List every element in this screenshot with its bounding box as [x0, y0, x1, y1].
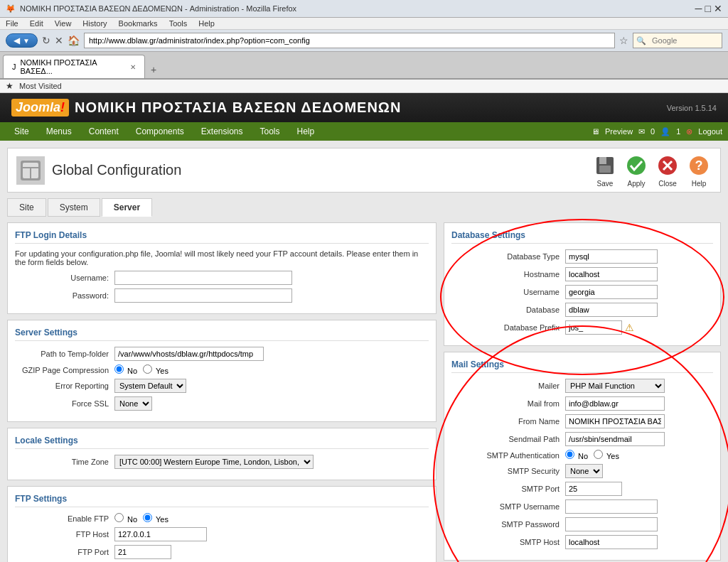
stop-button[interactable]: ✕ — [55, 35, 63, 46]
ftp-password-label: Password: — [15, 291, 114, 300]
nav-content[interactable]: Content — [80, 122, 127, 141]
error-reporting-row: Error Reporting System Default — [15, 379, 429, 393]
save-label: Save — [597, 180, 614, 188]
nav-help[interactable]: Help — [289, 122, 323, 141]
nav-components[interactable]: Components — [127, 122, 193, 141]
smtp-username-label: SMTP Username — [451, 502, 565, 511]
nav-menus[interactable]: Menus — [38, 122, 80, 141]
error-reporting-select[interactable]: System Default — [114, 379, 186, 393]
close-button[interactable]: Close — [655, 153, 680, 188]
database-label: Database — [451, 306, 565, 314]
new-tab-btn[interactable]: + — [145, 61, 162, 78]
nav-extensions[interactable]: Extensions — [193, 122, 252, 141]
menu-tools[interactable]: Tools — [169, 19, 188, 28]
mailer-select[interactable]: PHP Mail Function — [565, 379, 665, 393]
save-icon — [592, 153, 618, 178]
from-name-input[interactable] — [565, 414, 665, 428]
menu-file[interactable]: File — [6, 19, 18, 28]
reload-button[interactable]: ↻ — [42, 35, 50, 46]
smtp-auth-yes[interactable] — [594, 450, 603, 459]
nav-tools[interactable]: Tools — [252, 122, 289, 141]
tab-bar: J ΝΟΜΙΚΗ ΠΡΟΣΤΑΣΙΑ ΒΑΣΕΔ... ✕ + — [0, 52, 728, 80]
smtp-auth-no-label[interactable]: No — [565, 450, 588, 460]
db-type-input[interactable] — [565, 249, 658, 264]
ftp-login-title: FTP Login Details — [15, 230, 429, 244]
browser-title-bar: 🦊 ΝΟΜΙΚΗ ΠΡΟΣΤΑΣΙΑ ΒΑΣΕΩΝ ΔΕΔΟΜΕΝΩΝ - Ad… — [0, 0, 728, 18]
smtp-auth-yes-label[interactable]: Yes — [594, 450, 619, 460]
locale-settings-section: Locale Settings Time Zone [UTC 00:00] We… — [7, 428, 437, 480]
svg-rect-5 — [599, 157, 606, 164]
db-username-input[interactable] — [565, 285, 658, 299]
back-button[interactable]: ◀▼ — [6, 33, 38, 48]
tab-site[interactable]: Site — [7, 198, 46, 217]
help-button[interactable]: ? Help — [686, 153, 712, 188]
force-ssl-select[interactable]: None — [114, 396, 152, 411]
smtp-password-input[interactable] — [565, 517, 658, 531]
nav-site[interactable]: Site — [6, 122, 38, 141]
db-type-row: Database Type — [451, 249, 713, 264]
tab-label: ΝΟΜΙΚΗ ΠΡΟΣΤΑΣΙΑ ΒΑΣΕΔ... — [21, 58, 127, 75]
smtp-username-input[interactable] — [565, 499, 658, 514]
menu-bookmarks[interactable]: Bookmarks — [119, 19, 158, 28]
gzip-no-label[interactable]: No — [114, 364, 137, 375]
mail-from-label: Mail from — [451, 399, 565, 408]
logout-link[interactable]: Logout — [698, 127, 722, 136]
bookmark-star[interactable]: ☆ — [619, 35, 628, 46]
db-prefix-input[interactable] — [565, 320, 622, 335]
close-label: Close — [658, 180, 677, 188]
minimize-btn[interactable]: ─ — [695, 3, 702, 14]
menu-view[interactable]: View — [55, 19, 72, 28]
enable-ftp-no[interactable] — [114, 513, 124, 522]
apply-icon — [623, 153, 649, 178]
enable-ftp-no-label[interactable]: No — [114, 513, 137, 524]
tab-close-btn[interactable]: ✕ — [130, 63, 136, 71]
apply-button[interactable]: Apply — [623, 153, 649, 188]
smtp-auth-no[interactable] — [565, 450, 574, 459]
database-input[interactable] — [565, 303, 658, 317]
maximize-btn[interactable]: □ — [705, 3, 711, 14]
toolbar-buttons: Save Apply Close ? Help — [592, 153, 712, 188]
mail-from-input[interactable] — [565, 396, 665, 411]
smtp-security-select[interactable]: None — [565, 464, 603, 478]
ftp-username-input[interactable] — [114, 271, 292, 285]
hostname-input[interactable] — [565, 267, 658, 281]
smtp-host-row: SMTP Host — [451, 535, 713, 549]
enable-ftp-yes[interactable] — [143, 513, 152, 522]
search-input[interactable] — [648, 33, 719, 48]
menu-history[interactable]: History — [82, 19, 107, 28]
from-name-label: From Name — [451, 417, 565, 426]
gzip-no-radio[interactable] — [114, 364, 124, 374]
address-bar[interactable] — [84, 33, 615, 48]
preview-link[interactable]: Preview — [605, 127, 633, 136]
sendmail-input[interactable] — [565, 432, 665, 446]
most-visited-bookmark[interactable]: Most Visited — [19, 82, 62, 90]
top-nav-left: Site Menus Content Components Extensions… — [6, 122, 323, 141]
close-icon — [655, 153, 680, 178]
menu-edit[interactable]: Edit — [30, 19, 43, 28]
bookmarks-bar: ★ Most Visited — [0, 80, 728, 93]
ftp-port-input[interactable] — [114, 545, 171, 559]
smtp-port-input[interactable] — [565, 482, 622, 496]
smtp-password-label: SMTP Password — [451, 520, 565, 529]
help-icon: ? — [686, 153, 712, 178]
db-username-row: Username — [451, 285, 713, 299]
browser-title: ΝΟΜΙΚΗ ΠΡΟΣΤΑΣΙΑ ΒΑΣΕΩΝ ΔΕΔΟΜΕΝΩΝ - Admi… — [20, 4, 296, 13]
gzip-yes-label[interactable]: Yes — [143, 364, 168, 375]
enable-ftp-yes-label[interactable]: Yes — [143, 513, 168, 524]
tab-system[interactable]: System — [48, 198, 100, 217]
timezone-select[interactable]: [UTC 00:00] Western Europe Time, London,… — [114, 455, 314, 469]
ftp-password-input[interactable] — [114, 288, 292, 303]
gzip-yes-radio[interactable] — [143, 364, 152, 374]
messages-count: 0 — [651, 127, 655, 136]
ftp-host-input[interactable] — [114, 527, 207, 541]
sendmail-row: Sendmail Path — [451, 432, 713, 446]
home-button[interactable]: 🏠 — [68, 35, 80, 46]
temp-folder-input[interactable] — [114, 347, 264, 361]
save-button[interactable]: Save — [592, 153, 618, 188]
tab-server[interactable]: Server — [102, 198, 152, 217]
close-btn[interactable]: ✕ — [714, 3, 722, 14]
menu-help[interactable]: Help — [198, 19, 215, 28]
browser-tab-active[interactable]: J ΝΟΜΙΚΗ ΠΡΟΣΤΑΣΙΑ ΒΑΣΕΔ... ✕ — [3, 55, 145, 78]
smtp-host-input[interactable] — [565, 535, 658, 549]
firefox-icon: 🦊 — [6, 4, 16, 13]
